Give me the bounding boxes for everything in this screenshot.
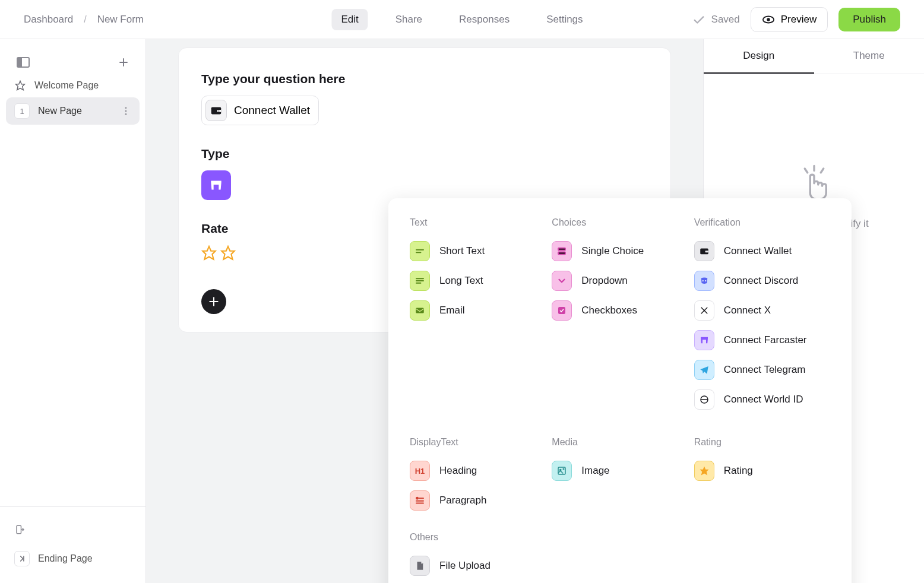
farcaster-chip-partial[interactable]	[201, 170, 231, 200]
popup-item-label: Connect X	[724, 305, 771, 316]
add-field-button[interactable]	[201, 289, 226, 314]
popup-item-label: Connect Discord	[724, 275, 799, 287]
breadcrumb-current: New Form	[97, 14, 144, 26]
farcaster-icon	[694, 330, 714, 350]
svg-rect-27	[705, 251, 708, 252]
popup-item-short-text[interactable]: Short Text	[410, 236, 546, 266]
popup-item-label: Connect Farcaster	[724, 334, 807, 346]
popup-item-rating[interactable]: Rating	[694, 456, 830, 486]
wallet-icon	[205, 100, 227, 121]
tab-settings[interactable]: Settings	[537, 9, 592, 30]
svg-line-41	[805, 169, 808, 173]
sidebar-item-welcome[interactable]: Welcome Page	[6, 74, 140, 97]
popup-item-connect-telegram[interactable]: Connect Telegram	[694, 355, 830, 385]
checkboxes-icon	[552, 300, 572, 321]
header-tabs: Edit Share Responses Settings	[331, 9, 592, 30]
popup-item-connect-discord[interactable]: Connect Discord	[694, 266, 830, 296]
svg-marker-4	[16, 81, 25, 90]
check-icon	[692, 13, 705, 26]
popup-item-connect-farcaster[interactable]: Connect Farcaster	[694, 325, 830, 355]
header-actions: Saved Preview Publish	[692, 7, 900, 32]
popup-item-long-text[interactable]: Long Text	[410, 266, 546, 296]
popup-item-email[interactable]: Email	[410, 296, 546, 325]
publish-button[interactable]: Publish	[838, 8, 900, 31]
popup-item-connect-x[interactable]: Connect X	[694, 296, 830, 325]
popup-item-paragraph[interactable]: Paragraph	[410, 486, 546, 515]
single-choice-icon	[552, 241, 572, 261]
popup-item-label: Dropdown	[581, 275, 628, 287]
svg-rect-23	[558, 248, 565, 251]
more-icon[interactable]	[121, 106, 131, 116]
svg-line-43	[821, 169, 824, 173]
pages-icon	[17, 57, 30, 68]
add-page-icon[interactable]	[118, 57, 129, 68]
question-title-2[interactable]: Type	[201, 147, 648, 161]
tab-theme[interactable]: Theme	[814, 39, 925, 74]
page-number-badge: 1	[14, 103, 30, 119]
question-title[interactable]: Type your question here	[201, 72, 648, 86]
popup-item-label: Connect Telegram	[724, 364, 806, 376]
tab-responses[interactable]: Responses	[450, 9, 519, 30]
field-type-popup: Text Short Text Long Text Email	[388, 198, 852, 583]
breadcrumb: Dashboard / New Form	[24, 14, 144, 26]
popup-item-dropdown[interactable]: Dropdown	[552, 266, 688, 296]
popup-item-single-choice[interactable]: Single Choice	[552, 236, 688, 266]
popup-item-label: Connect World ID	[724, 394, 803, 405]
connect-wallet-chip[interactable]: Connect Wallet	[201, 96, 319, 125]
star-icon[interactable]	[201, 245, 217, 261]
star-icon	[14, 80, 26, 91]
popup-item-label: Short Text	[439, 245, 485, 257]
image-icon	[552, 461, 572, 481]
sidebar-item-ending[interactable]: Ending Page	[6, 545, 140, 572]
popup-header-rating: Rating	[694, 437, 830, 448]
telegram-icon	[694, 360, 714, 380]
svg-point-5	[125, 107, 127, 109]
svg-point-29	[705, 280, 706, 281]
exit-icon	[14, 524, 26, 536]
svg-rect-22	[416, 308, 424, 313]
svg-marker-14	[221, 246, 235, 259]
dropdown-icon	[552, 271, 572, 291]
svg-marker-40	[700, 467, 708, 476]
sidebar-item-label: Welcome Page	[34, 80, 131, 91]
tab-edit[interactable]: Edit	[331, 9, 368, 30]
popup-header-others: Others	[410, 532, 546, 543]
popup-item-label: Long Text	[439, 275, 483, 287]
popup-item-file-upload[interactable]: File Upload	[410, 551, 546, 581]
discord-icon	[694, 271, 714, 291]
tab-design[interactable]: Design	[704, 39, 814, 74]
wallet-icon	[694, 241, 714, 261]
sidebar-item-new-page[interactable]: 1 New Page	[6, 97, 140, 125]
popup-item-image[interactable]: Image	[552, 456, 688, 486]
popup-item-label: Image	[581, 465, 609, 477]
popup-item-connect-world-id[interactable]: Connect World ID	[694, 385, 830, 414]
email-icon	[410, 300, 430, 321]
popup-item-link[interactable]: Link	[410, 581, 546, 583]
connect-wallet-label: Connect Wallet	[234, 104, 310, 117]
svg-point-7	[125, 113, 127, 115]
rating-icon	[694, 461, 714, 481]
popup-item-checkboxes[interactable]: Checkboxes	[552, 296, 688, 325]
heading-icon: H1	[410, 461, 430, 481]
star-icon[interactable]	[220, 245, 236, 261]
eye-icon	[762, 13, 775, 26]
svg-point-28	[702, 280, 703, 281]
svg-point-34	[416, 498, 418, 499]
svg-rect-38	[558, 467, 565, 474]
preview-button[interactable]: Preview	[751, 7, 828, 32]
popup-item-heading[interactable]: H1 Heading	[410, 456, 546, 486]
popup-item-label: Email	[439, 305, 465, 316]
ending-icon	[14, 551, 30, 566]
svg-rect-8	[17, 525, 21, 534]
tab-share[interactable]: Share	[386, 9, 432, 30]
canvas: Type your question here Connect Wallet T…	[146, 39, 703, 583]
sidebar: Welcome Page 1 New Page Ending Page	[0, 39, 146, 583]
popup-item-label: Checkboxes	[581, 305, 637, 316]
sidebar-item-logic[interactable]	[6, 518, 140, 541]
popup-header-choices: Choices	[552, 217, 688, 228]
saved-label: Saved	[711, 14, 740, 26]
popup-item-connect-wallet[interactable]: Connect Wallet	[694, 236, 830, 266]
breadcrumb-dashboard[interactable]: Dashboard	[24, 14, 73, 26]
svg-point-6	[125, 110, 127, 112]
breadcrumb-separator: /	[84, 14, 86, 25]
